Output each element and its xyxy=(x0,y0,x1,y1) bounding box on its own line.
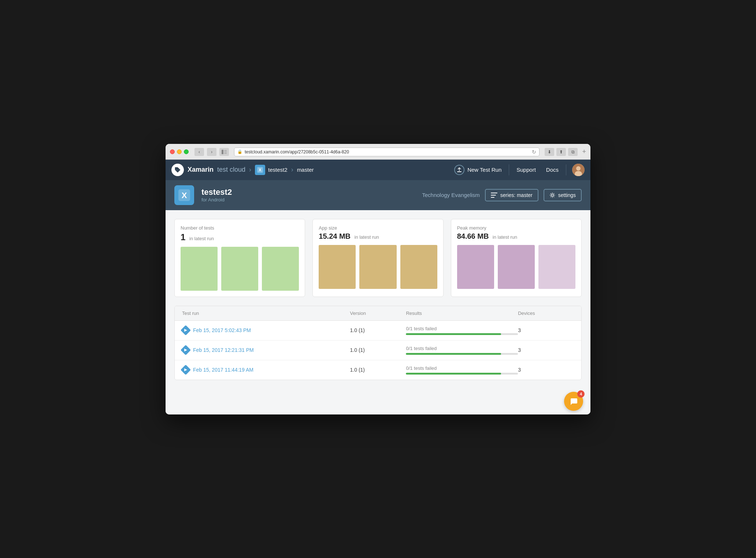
stat-card-appsize: App size 15.24 MB in latest run xyxy=(312,219,443,297)
stat-bar-lav-1 xyxy=(457,245,494,289)
devices-1: 3 xyxy=(518,327,574,333)
svg-rect-14 xyxy=(491,197,494,198)
svg-rect-12 xyxy=(491,193,497,193)
new-tab-button[interactable]: ⧉ xyxy=(568,148,578,156)
version-2: 1.0 (1) xyxy=(350,347,406,353)
stat-suffix-appsize: in latest run xyxy=(355,234,379,240)
progress-fill-1 xyxy=(406,333,501,335)
app-platform: for Android xyxy=(201,197,232,202)
traffic-lights xyxy=(170,149,189,154)
chat-badge: 4 xyxy=(577,390,585,398)
back-button[interactable]: ‹ xyxy=(194,148,204,156)
add-button[interactable]: + xyxy=(582,148,586,156)
run-icon-3 xyxy=(181,365,191,375)
svg-rect-13 xyxy=(491,195,496,196)
results-1: 0/1 tests failed xyxy=(406,326,518,335)
settings-button[interactable]: settings xyxy=(544,189,582,201)
table-row: Feb 15, 2017 5:02:43 PM 1.0 (1) 0/1 test… xyxy=(175,321,581,341)
chat-button[interactable]: 4 xyxy=(564,392,583,411)
stat-bar-3 xyxy=(262,247,299,291)
stat-title-memory: Peak memory xyxy=(457,225,575,231)
run-icon-1 xyxy=(181,325,191,335)
new-test-run-button[interactable]: New Test Run xyxy=(450,163,506,177)
breadcrumb-app[interactable]: X testest2 xyxy=(255,165,288,175)
browser-actions: ⬇ ⬆ ⧉ xyxy=(545,148,578,156)
browser-window: ‹ › 🔒 testcloud.xamarin.com/app/27208b5c… xyxy=(166,144,590,414)
sidebar-button[interactable] xyxy=(219,148,229,156)
docs-link[interactable]: Docs xyxy=(542,164,563,175)
progress-fill-3 xyxy=(406,373,501,375)
refresh-button[interactable]: ↻ xyxy=(532,149,536,155)
browser-chrome: ‹ › 🔒 testcloud.xamarin.com/app/27208b5c… xyxy=(166,144,590,160)
version-3: 1.0 (1) xyxy=(350,367,406,373)
progress-bg-1 xyxy=(406,333,518,335)
test-run-link-3[interactable]: Feb 15, 2017 11:44:19 AM xyxy=(182,366,350,373)
upload-icon xyxy=(454,165,464,175)
brand-logo xyxy=(171,164,184,176)
devices-3: 3 xyxy=(518,367,574,373)
app-icon-small: X xyxy=(255,165,265,175)
results-label-2: 0/1 tests failed xyxy=(406,346,518,351)
forward-button[interactable]: › xyxy=(207,148,216,156)
test-run-date-2: Feb 15, 2017 12:21:31 PM xyxy=(193,347,254,353)
stat-value-memory: 84.66 MB xyxy=(457,232,489,240)
brand-name-text: Xamarin xyxy=(188,166,214,174)
url-text: testcloud.xamarin.com/app/27208b5c-0511-… xyxy=(245,149,530,155)
lock-icon: 🔒 xyxy=(237,149,242,154)
minimize-traffic-light[interactable] xyxy=(177,149,182,154)
stat-bar-lav-2 xyxy=(498,245,535,289)
stat-card-tests: Number of tests 1 in latest run xyxy=(174,219,305,297)
stat-title-appsize: App size xyxy=(319,225,437,231)
app-icon-large: X xyxy=(174,185,194,205)
app-navbar: Xamarin test cloud › X testest2 › master… xyxy=(166,160,590,180)
stat-value-tests: 1 xyxy=(181,232,185,242)
series-button[interactable]: series: master xyxy=(485,189,538,201)
user-avatar[interactable] xyxy=(572,164,585,176)
stat-title-tests: Number of tests xyxy=(181,225,299,231)
table-row: Feb 15, 2017 12:21:31 PM 1.0 (1) 0/1 tes… xyxy=(175,341,581,360)
svg-point-15 xyxy=(551,194,553,196)
col-header-version: Version xyxy=(350,310,406,316)
support-link[interactable]: Support xyxy=(512,164,540,175)
svg-rect-3 xyxy=(224,153,227,154)
address-bar[interactable]: 🔒 testcloud.xamarin.com/app/27208b5c-051… xyxy=(234,148,540,156)
stat-bar-tan-2 xyxy=(359,245,396,289)
run-icon-2 xyxy=(181,345,191,355)
breadcrumb-branch[interactable]: master xyxy=(297,167,314,173)
nav-right: New Test Run Support Docs xyxy=(450,163,585,177)
share-button[interactable]: ⬆ xyxy=(556,148,566,156)
download-button[interactable]: ⬇ xyxy=(545,148,554,156)
svg-rect-6 xyxy=(457,171,462,172)
results-label-1: 0/1 tests failed xyxy=(406,326,518,331)
close-traffic-light[interactable] xyxy=(170,149,175,154)
brand: Xamarin test cloud xyxy=(171,164,245,176)
test-run-link-2[interactable]: Feb 15, 2017 12:21:31 PM xyxy=(182,346,350,354)
devices-2: 3 xyxy=(518,347,574,353)
stat-suffix-memory: in latest run xyxy=(493,234,517,240)
new-test-run-label: New Test Run xyxy=(467,167,501,173)
test-run-date-1: Feb 15, 2017 5:02:43 PM xyxy=(193,327,251,333)
header-right: Technology Evangelism series: master set… xyxy=(422,189,582,201)
stat-suffix-tests: in latest run xyxy=(189,236,214,241)
main-content: Number of tests 1 in latest run App size… xyxy=(166,210,590,389)
stat-bar-tan-1 xyxy=(319,245,356,289)
stat-value-appsize: 15.24 MB xyxy=(319,232,351,240)
svg-rect-2 xyxy=(224,152,227,152)
stat-bar-2 xyxy=(221,247,258,291)
breadcrumb-sep-1: › xyxy=(249,166,251,174)
stat-bars-memory xyxy=(457,245,575,289)
app-title-block: testest2 for Android xyxy=(201,187,232,202)
stat-card-memory: Peak memory 84.66 MB in latest run xyxy=(451,219,582,297)
col-header-results: Results xyxy=(406,310,518,316)
test-run-link-1[interactable]: Feb 15, 2017 5:02:43 PM xyxy=(182,327,350,334)
svg-rect-0 xyxy=(222,150,223,154)
breadcrumb-branch-name: master xyxy=(297,167,314,173)
nav-divider-1 xyxy=(509,164,509,175)
nav-divider-2 xyxy=(566,164,566,175)
version-1: 1.0 (1) xyxy=(350,327,406,333)
app-header: X testest2 for Android Technology Evange… xyxy=(166,180,590,210)
app-title: testest2 xyxy=(201,187,232,197)
svg-text:X: X xyxy=(259,168,262,172)
fullscreen-traffic-light[interactable] xyxy=(184,149,189,154)
stat-bar-1 xyxy=(181,247,218,291)
